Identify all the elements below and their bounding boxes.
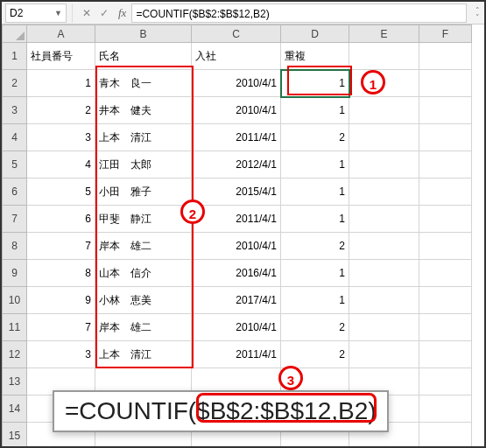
cell[interactable]: 2017/4/1: [192, 287, 281, 314]
select-all-corner[interactable]: [3, 25, 27, 43]
cell[interactable]: [419, 124, 472, 151]
cell[interactable]: 1: [281, 287, 349, 314]
name-box[interactable]: D2 ▼: [5, 4, 67, 23]
col-header-A[interactable]: A: [27, 25, 95, 43]
fx-icon[interactable]: fx: [118, 6, 126, 20]
cell[interactable]: [349, 97, 419, 124]
cell[interactable]: 1: [27, 70, 95, 97]
cell[interactable]: 1: [281, 151, 349, 178]
cell[interactable]: 江田 太郎: [95, 151, 192, 178]
cell[interactable]: [419, 178, 472, 206]
cell[interactable]: 小田 雅子: [95, 178, 192, 206]
row-header[interactable]: 5: [3, 151, 27, 178]
cell[interactable]: 2: [281, 233, 349, 260]
cell[interactable]: 2015/4/1: [192, 178, 281, 206]
expand-formula-bar-icon[interactable]: ˄˅: [470, 4, 484, 21]
cell[interactable]: [419, 260, 472, 287]
cell[interactable]: [349, 233, 419, 260]
cell[interactable]: 3: [27, 124, 95, 151]
cell[interactable]: 1: [281, 97, 349, 124]
row-header[interactable]: 3: [3, 97, 27, 124]
cell[interactable]: 2010/4/1: [192, 70, 281, 97]
cell[interactable]: 2010/4/1: [192, 233, 281, 260]
cell[interactable]: 小林 恵美: [95, 287, 192, 314]
row-header[interactable]: 11: [3, 314, 27, 341]
row-header[interactable]: 15: [3, 423, 27, 447]
cell[interactable]: 青木 良一: [95, 70, 192, 97]
cell[interactable]: [419, 43, 472, 70]
cell[interactable]: [419, 368, 472, 396]
cell[interactable]: 井本 健夫: [95, 97, 192, 124]
row-header[interactable]: 9: [3, 260, 27, 287]
cell[interactable]: 社員番号: [27, 43, 95, 70]
cell[interactable]: 2010/4/1: [192, 97, 281, 124]
col-header-E[interactable]: E: [349, 25, 419, 43]
cell[interactable]: 上本 清江: [95, 341, 192, 368]
cell[interactable]: [349, 43, 419, 70]
cell[interactable]: 1: [281, 178, 349, 206]
cell[interactable]: [419, 70, 472, 97]
cell[interactable]: 氏名: [95, 43, 192, 70]
cell[interactable]: 甲斐 静江: [95, 206, 192, 233]
row-header[interactable]: 2: [3, 70, 27, 97]
cell[interactable]: [419, 233, 472, 260]
cell[interactable]: [349, 70, 419, 97]
cell[interactable]: [349, 124, 419, 151]
cell[interactable]: 7: [27, 314, 95, 341]
cell[interactable]: [419, 396, 472, 423]
worksheet[interactable]: A B C D E F 1 社員番号 氏名 入社 重複 2 1 青木 良一 20…: [2, 24, 484, 446]
cell[interactable]: [349, 206, 419, 233]
cell[interactable]: 9: [27, 287, 95, 314]
cell[interactable]: 2011/4/1: [192, 206, 281, 233]
col-header-D[interactable]: D: [281, 25, 349, 43]
row-header[interactable]: 10: [3, 287, 27, 314]
cell[interactable]: 重複: [281, 43, 349, 70]
cell[interactable]: 2011/4/1: [192, 341, 281, 368]
cell[interactable]: 2: [27, 97, 95, 124]
chevron-down-icon[interactable]: ▼: [54, 4, 62, 23]
cell[interactable]: 8: [27, 260, 95, 287]
row-header[interactable]: 12: [3, 341, 27, 368]
row-header[interactable]: 7: [3, 206, 27, 233]
col-header-B[interactable]: B: [95, 25, 192, 43]
formula-input[interactable]: =COUNTIF($B$2:$B$12,B2): [131, 4, 467, 23]
cell[interactable]: [419, 206, 472, 233]
row-header[interactable]: 8: [3, 233, 27, 260]
cell[interactable]: [349, 341, 419, 368]
row-header[interactable]: 1: [3, 43, 27, 70]
cell[interactable]: 6: [27, 206, 95, 233]
cell[interactable]: 3: [27, 341, 95, 368]
cell[interactable]: 4: [27, 151, 95, 178]
cell[interactable]: 山本 信介: [95, 260, 192, 287]
cell[interactable]: [419, 97, 472, 124]
cell[interactable]: [419, 151, 472, 178]
cell[interactable]: 2010/4/1: [192, 314, 281, 341]
row-header[interactable]: 6: [3, 178, 27, 206]
cell[interactable]: 5: [27, 178, 95, 206]
cell[interactable]: 岸本 雄二: [95, 233, 192, 260]
cell[interactable]: 1: [281, 206, 349, 233]
row-header[interactable]: 13: [3, 368, 27, 396]
cell[interactable]: 7: [27, 233, 95, 260]
cell[interactable]: 2011/4/1: [192, 124, 281, 151]
cell[interactable]: 2012/4/1: [192, 151, 281, 178]
cell[interactable]: 入社: [192, 43, 281, 70]
cell[interactable]: [349, 260, 419, 287]
cell[interactable]: 2: [281, 341, 349, 368]
cell[interactable]: 上本 清江: [95, 124, 192, 151]
cell[interactable]: 2: [281, 314, 349, 341]
selected-cell[interactable]: 1: [281, 70, 349, 97]
cell[interactable]: [349, 178, 419, 206]
cell[interactable]: [419, 423, 472, 447]
row-header[interactable]: 4: [3, 124, 27, 151]
row-header[interactable]: 14: [3, 396, 27, 423]
cancel-icon[interactable]: ✕: [78, 7, 95, 19]
cell[interactable]: [349, 151, 419, 178]
cell[interactable]: [419, 287, 472, 314]
cell[interactable]: [349, 287, 419, 314]
cell[interactable]: [419, 341, 472, 368]
enter-icon[interactable]: ✓: [95, 7, 113, 19]
cell[interactable]: 1: [281, 260, 349, 287]
col-header-F[interactable]: F: [419, 25, 472, 43]
cell[interactable]: [349, 314, 419, 341]
